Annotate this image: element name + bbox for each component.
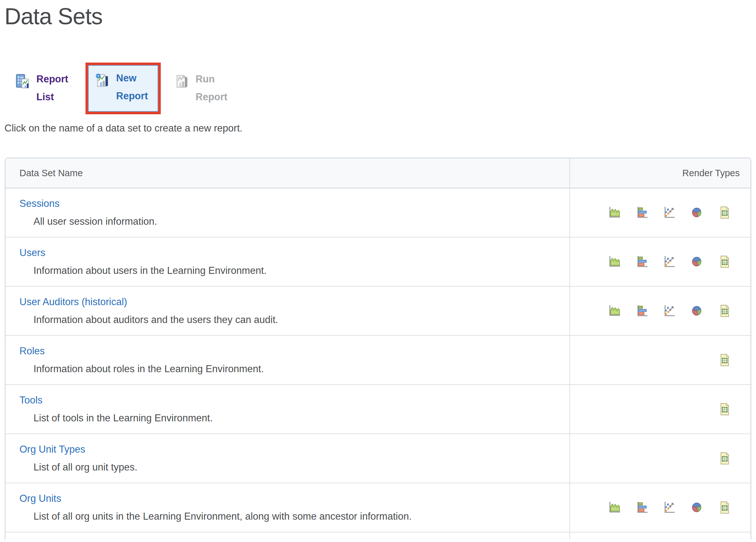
- pie-chart-icon: [690, 304, 703, 318]
- dataset-description: Information about roles in the Learning …: [33, 363, 569, 375]
- table-row: Roles Information about roles in the Lea…: [5, 336, 751, 385]
- data-sets-page: Data Sets Report List: [0, 0, 756, 539]
- render-types-cell: [569, 483, 751, 532]
- new-report-icon: [94, 72, 111, 89]
- dataset-link[interactable]: Org Units: [19, 493, 61, 504]
- table-body: Sessions All user session information. U…: [5, 188, 751, 532]
- toolbar: Report List: [0, 63, 756, 117]
- area-chart-icon: [608, 304, 621, 318]
- line-chart-icon: [663, 304, 676, 318]
- dataset-name-cell: Org Units List of all org units in the L…: [5, 483, 569, 532]
- bar-chart-icon: [635, 255, 649, 268]
- new-report-button[interactable]: New Report: [88, 65, 158, 112]
- render-types-cell: [569, 385, 751, 434]
- dataset-description: List of all org units in the Learning En…: [33, 511, 569, 522]
- dataset-link[interactable]: Org Unit Types: [19, 444, 85, 455]
- table-render-icon: [717, 452, 731, 465]
- table-render-icon: [717, 206, 731, 219]
- dataset-link[interactable]: Users: [19, 247, 45, 258]
- dataset-description: Information about auditors and the users…: [33, 314, 569, 326]
- dataset-description: All user session information.: [33, 216, 569, 227]
- render-types-cell: [569, 287, 751, 335]
- dataset-description: List of all org unit types.: [33, 462, 569, 473]
- column-header-data-set-name: Data Set Name: [5, 158, 569, 188]
- render-types-cell: [569, 434, 751, 483]
- pie-chart-icon: [690, 255, 703, 268]
- table-row: User Auditors (historical) Information a…: [5, 287, 751, 336]
- dataset-name-cell: Sessions All user session information.: [5, 188, 569, 237]
- table-render-icon: [717, 501, 731, 514]
- area-chart-icon: [608, 501, 621, 514]
- run-report-button[interactable]: Run Report: [174, 73, 240, 106]
- new-report-label: New Report: [116, 69, 158, 105]
- pie-chart-icon: [690, 206, 703, 219]
- table-render-icon: [717, 403, 731, 416]
- run-report-label: Run Report: [196, 70, 240, 106]
- instruction-text: Click on the name of a data set to creat…: [4, 122, 756, 134]
- table-render-icon: [717, 255, 731, 268]
- dataset-name-cell: Tools List of tools in the Learning Envi…: [5, 385, 569, 434]
- data-sets-table: Data Set Name Render Types Sessions All …: [5, 158, 751, 539]
- dataset-link[interactable]: Tools: [19, 395, 42, 406]
- report-list-button[interactable]: Report List: [15, 73, 81, 106]
- table-row: Users Information about users in the Lea…: [5, 237, 751, 287]
- dataset-name-cell: Users Information about users in the Lea…: [5, 237, 569, 286]
- render-types-cell: [569, 336, 751, 384]
- bar-chart-icon: [635, 206, 649, 219]
- table-row-partial: [5, 532, 751, 539]
- dataset-description: Information about users in the Learning …: [33, 265, 569, 277]
- dataset-description: List of tools in the Learning Environmen…: [33, 412, 569, 424]
- annotation-highlight-box: New Report: [85, 63, 161, 114]
- page-title: Data Sets: [0, 0, 756, 29]
- run-report-icon: [174, 73, 190, 90]
- bar-chart-icon: [635, 304, 649, 318]
- dataset-name-cell: Roles Information about roles in the Lea…: [5, 336, 569, 384]
- bar-chart-icon: [635, 501, 649, 514]
- dataset-name-cell: User Auditors (historical) Information a…: [5, 287, 569, 335]
- column-header-render-types: Render Types: [569, 158, 751, 188]
- table-row: Tools List of tools in the Learning Envi…: [5, 385, 751, 434]
- table-render-icon: [717, 353, 731, 367]
- line-chart-icon: [663, 501, 676, 514]
- pie-chart-icon: [690, 501, 703, 514]
- dataset-name-cell: Org Unit Types List of all org unit type…: [5, 434, 569, 483]
- report-list-label: Report List: [36, 70, 81, 106]
- table-row: Org Unit Types List of all org unit type…: [5, 434, 751, 483]
- dataset-link[interactable]: User Auditors (historical): [19, 296, 127, 308]
- dataset-link[interactable]: Roles: [19, 345, 45, 357]
- area-chart-icon: [608, 255, 621, 268]
- render-types-cell: [569, 188, 751, 237]
- area-chart-icon: [608, 206, 621, 219]
- table-header: Data Set Name Render Types: [5, 158, 751, 188]
- render-types-cell: [569, 237, 751, 286]
- line-chart-icon: [663, 206, 676, 219]
- table-row: Sessions All user session information.: [5, 188, 751, 237]
- table-render-icon: [717, 304, 731, 318]
- dataset-link[interactable]: Sessions: [19, 198, 60, 209]
- line-chart-icon: [663, 255, 676, 268]
- table-row: Org Units List of all org units in the L…: [5, 483, 751, 532]
- report-list-icon: [15, 73, 31, 90]
